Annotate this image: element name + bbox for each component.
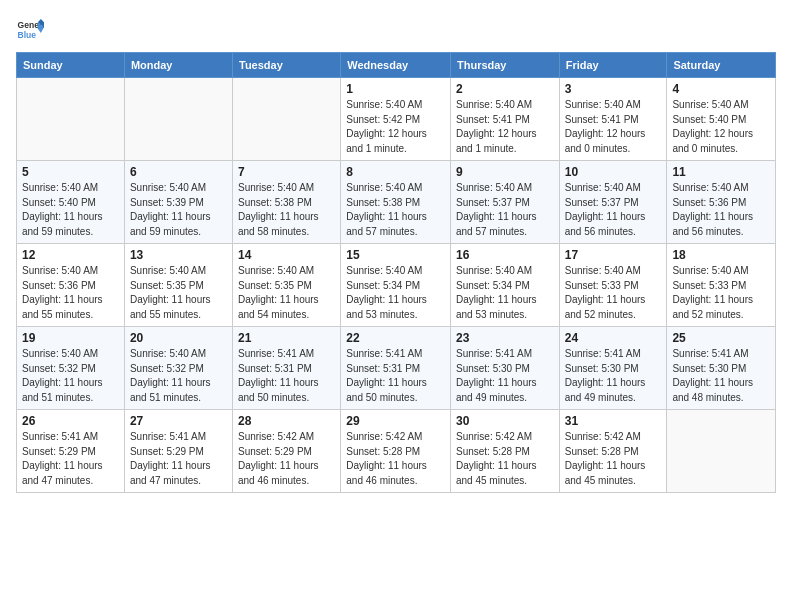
day-number: 1 <box>346 82 445 96</box>
day-info: Sunrise: 5:42 AMSunset: 5:28 PMDaylight:… <box>456 430 554 488</box>
calendar-cell <box>124 78 232 161</box>
svg-text:Blue: Blue <box>18 30 37 40</box>
calendar-cell: 23Sunrise: 5:41 AMSunset: 5:30 PMDayligh… <box>450 327 559 410</box>
day-number: 5 <box>22 165 119 179</box>
calendar-header-row: SundayMondayTuesdayWednesdayThursdayFrid… <box>17 53 776 78</box>
day-number: 6 <box>130 165 227 179</box>
calendar-cell: 14Sunrise: 5:40 AMSunset: 5:35 PMDayligh… <box>233 244 341 327</box>
day-info: Sunrise: 5:41 AMSunset: 5:31 PMDaylight:… <box>238 347 335 405</box>
day-info: Sunrise: 5:40 AMSunset: 5:42 PMDaylight:… <box>346 98 445 156</box>
day-number: 4 <box>672 82 770 96</box>
day-info: Sunrise: 5:40 AMSunset: 5:32 PMDaylight:… <box>130 347 227 405</box>
day-info: Sunrise: 5:40 AMSunset: 5:37 PMDaylight:… <box>456 181 554 239</box>
day-info: Sunrise: 5:40 AMSunset: 5:38 PMDaylight:… <box>238 181 335 239</box>
day-number: 2 <box>456 82 554 96</box>
calendar-cell: 17Sunrise: 5:40 AMSunset: 5:33 PMDayligh… <box>559 244 667 327</box>
day-info: Sunrise: 5:40 AMSunset: 5:38 PMDaylight:… <box>346 181 445 239</box>
day-info: Sunrise: 5:41 AMSunset: 5:30 PMDaylight:… <box>565 347 662 405</box>
calendar-cell: 30Sunrise: 5:42 AMSunset: 5:28 PMDayligh… <box>450 410 559 493</box>
day-info: Sunrise: 5:40 AMSunset: 5:37 PMDaylight:… <box>565 181 662 239</box>
calendar-week-row: 12Sunrise: 5:40 AMSunset: 5:36 PMDayligh… <box>17 244 776 327</box>
calendar-cell: 8Sunrise: 5:40 AMSunset: 5:38 PMDaylight… <box>341 161 451 244</box>
day-number: 31 <box>565 414 662 428</box>
calendar-cell <box>17 78 125 161</box>
day-info: Sunrise: 5:41 AMSunset: 5:29 PMDaylight:… <box>130 430 227 488</box>
day-info: Sunrise: 5:41 AMSunset: 5:29 PMDaylight:… <box>22 430 119 488</box>
day-info: Sunrise: 5:40 AMSunset: 5:34 PMDaylight:… <box>346 264 445 322</box>
calendar-cell: 2Sunrise: 5:40 AMSunset: 5:41 PMDaylight… <box>450 78 559 161</box>
day-number: 24 <box>565 331 662 345</box>
calendar-cell: 20Sunrise: 5:40 AMSunset: 5:32 PMDayligh… <box>124 327 232 410</box>
day-number: 23 <box>456 331 554 345</box>
day-number: 30 <box>456 414 554 428</box>
day-info: Sunrise: 5:40 AMSunset: 5:40 PMDaylight:… <box>22 181 119 239</box>
calendar-cell <box>233 78 341 161</box>
calendar-cell: 29Sunrise: 5:42 AMSunset: 5:28 PMDayligh… <box>341 410 451 493</box>
calendar-cell: 25Sunrise: 5:41 AMSunset: 5:30 PMDayligh… <box>667 327 776 410</box>
column-header-monday: Monday <box>124 53 232 78</box>
day-number: 16 <box>456 248 554 262</box>
calendar-cell: 1Sunrise: 5:40 AMSunset: 5:42 PMDaylight… <box>341 78 451 161</box>
day-number: 29 <box>346 414 445 428</box>
day-info: Sunrise: 5:40 AMSunset: 5:34 PMDaylight:… <box>456 264 554 322</box>
day-number: 21 <box>238 331 335 345</box>
calendar-cell: 21Sunrise: 5:41 AMSunset: 5:31 PMDayligh… <box>233 327 341 410</box>
column-header-sunday: Sunday <box>17 53 125 78</box>
calendar-cell: 3Sunrise: 5:40 AMSunset: 5:41 PMDaylight… <box>559 78 667 161</box>
day-info: Sunrise: 5:40 AMSunset: 5:33 PMDaylight:… <box>565 264 662 322</box>
calendar-week-row: 19Sunrise: 5:40 AMSunset: 5:32 PMDayligh… <box>17 327 776 410</box>
day-number: 19 <box>22 331 119 345</box>
day-number: 18 <box>672 248 770 262</box>
day-info: Sunrise: 5:40 AMSunset: 5:41 PMDaylight:… <box>565 98 662 156</box>
calendar-cell: 24Sunrise: 5:41 AMSunset: 5:30 PMDayligh… <box>559 327 667 410</box>
logo-icon: General Blue <box>16 16 44 44</box>
calendar-cell: 31Sunrise: 5:42 AMSunset: 5:28 PMDayligh… <box>559 410 667 493</box>
calendar-week-row: 5Sunrise: 5:40 AMSunset: 5:40 PMDaylight… <box>17 161 776 244</box>
day-number: 11 <box>672 165 770 179</box>
day-info: Sunrise: 5:40 AMSunset: 5:35 PMDaylight:… <box>130 264 227 322</box>
calendar-cell: 13Sunrise: 5:40 AMSunset: 5:35 PMDayligh… <box>124 244 232 327</box>
calendar-cell: 5Sunrise: 5:40 AMSunset: 5:40 PMDaylight… <box>17 161 125 244</box>
logo: General Blue <box>16 16 44 44</box>
day-number: 8 <box>346 165 445 179</box>
column-header-tuesday: Tuesday <box>233 53 341 78</box>
day-number: 25 <box>672 331 770 345</box>
column-header-friday: Friday <box>559 53 667 78</box>
day-number: 27 <box>130 414 227 428</box>
calendar-week-row: 1Sunrise: 5:40 AMSunset: 5:42 PMDaylight… <box>17 78 776 161</box>
day-number: 28 <box>238 414 335 428</box>
day-info: Sunrise: 5:40 AMSunset: 5:39 PMDaylight:… <box>130 181 227 239</box>
calendar-cell: 16Sunrise: 5:40 AMSunset: 5:34 PMDayligh… <box>450 244 559 327</box>
day-number: 9 <box>456 165 554 179</box>
page-header: General Blue <box>16 16 776 44</box>
calendar-cell: 26Sunrise: 5:41 AMSunset: 5:29 PMDayligh… <box>17 410 125 493</box>
calendar-cell: 19Sunrise: 5:40 AMSunset: 5:32 PMDayligh… <box>17 327 125 410</box>
day-info: Sunrise: 5:40 AMSunset: 5:36 PMDaylight:… <box>22 264 119 322</box>
calendar-cell <box>667 410 776 493</box>
column-header-saturday: Saturday <box>667 53 776 78</box>
day-info: Sunrise: 5:41 AMSunset: 5:30 PMDaylight:… <box>672 347 770 405</box>
calendar-cell: 18Sunrise: 5:40 AMSunset: 5:33 PMDayligh… <box>667 244 776 327</box>
day-info: Sunrise: 5:41 AMSunset: 5:31 PMDaylight:… <box>346 347 445 405</box>
day-number: 14 <box>238 248 335 262</box>
calendar-cell: 27Sunrise: 5:41 AMSunset: 5:29 PMDayligh… <box>124 410 232 493</box>
calendar-cell: 4Sunrise: 5:40 AMSunset: 5:40 PMDaylight… <box>667 78 776 161</box>
day-info: Sunrise: 5:42 AMSunset: 5:28 PMDaylight:… <box>346 430 445 488</box>
column-header-wednesday: Wednesday <box>341 53 451 78</box>
day-info: Sunrise: 5:40 AMSunset: 5:32 PMDaylight:… <box>22 347 119 405</box>
calendar-cell: 10Sunrise: 5:40 AMSunset: 5:37 PMDayligh… <box>559 161 667 244</box>
day-info: Sunrise: 5:40 AMSunset: 5:41 PMDaylight:… <box>456 98 554 156</box>
day-number: 10 <box>565 165 662 179</box>
day-info: Sunrise: 5:40 AMSunset: 5:40 PMDaylight:… <box>672 98 770 156</box>
calendar-week-row: 26Sunrise: 5:41 AMSunset: 5:29 PMDayligh… <box>17 410 776 493</box>
calendar-cell: 9Sunrise: 5:40 AMSunset: 5:37 PMDaylight… <box>450 161 559 244</box>
day-number: 12 <box>22 248 119 262</box>
day-number: 26 <box>22 414 119 428</box>
day-info: Sunrise: 5:42 AMSunset: 5:28 PMDaylight:… <box>565 430 662 488</box>
day-number: 3 <box>565 82 662 96</box>
calendar-cell: 7Sunrise: 5:40 AMSunset: 5:38 PMDaylight… <box>233 161 341 244</box>
day-number: 13 <box>130 248 227 262</box>
calendar-cell: 6Sunrise: 5:40 AMSunset: 5:39 PMDaylight… <box>124 161 232 244</box>
day-info: Sunrise: 5:40 AMSunset: 5:36 PMDaylight:… <box>672 181 770 239</box>
calendar-cell: 11Sunrise: 5:40 AMSunset: 5:36 PMDayligh… <box>667 161 776 244</box>
